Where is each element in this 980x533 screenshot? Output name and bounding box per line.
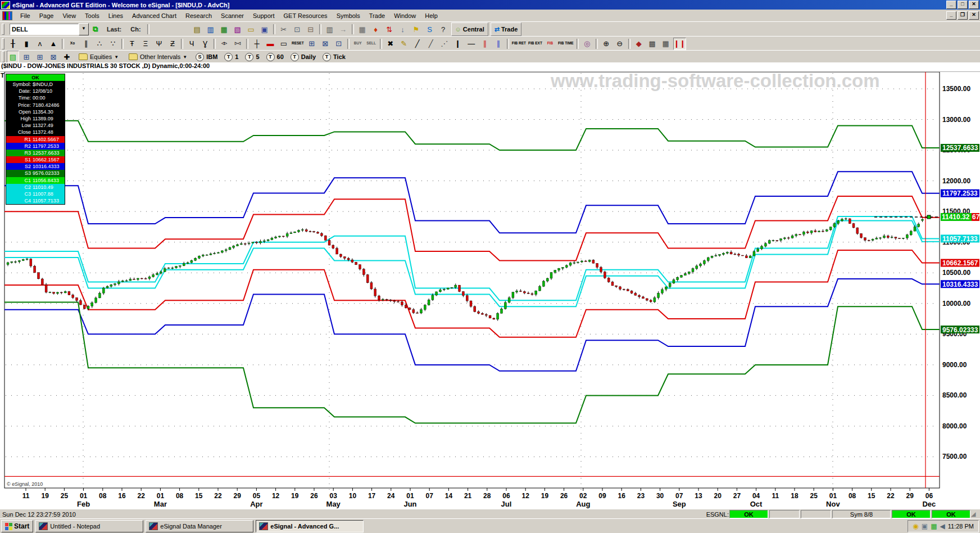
- page-next-icon[interactable]: ⊠: [319, 38, 332, 50]
- color-levels-icon[interactable]: ▤: [7, 51, 19, 63]
- symbol-search-icon[interactable]: ◎: [581, 38, 593, 50]
- candle-style-icon[interactable]: ▮: [20, 38, 33, 50]
- hot-list-icon[interactable]: ♦: [370, 23, 382, 35]
- open-page-icon[interactable]: ▭: [245, 23, 257, 35]
- pencil-icon[interactable]: ✎: [398, 38, 410, 50]
- network-icon[interactable]: ▦: [931, 523, 937, 530]
- interval-shortcut-5[interactable]: T5: [242, 53, 262, 61]
- bar-colors-icon[interactable]: ▬: [264, 38, 276, 50]
- fib-retracement-icon[interactable]: FIB RET: [511, 38, 527, 50]
- interval-shortcut-tick[interactable]: TTick: [319, 53, 349, 61]
- line-style-icon[interactable]: ʌ: [34, 38, 46, 50]
- expand-bars-icon[interactable]: ▷◁: [232, 38, 244, 50]
- quote-board-icon[interactable]: ▦: [660, 38, 672, 50]
- menu-item-file[interactable]: File: [16, 11, 35, 21]
- central-button[interactable]: ☺ Central: [451, 22, 488, 36]
- undo-bars-icon[interactable]: ❙❙: [673, 38, 687, 50]
- expert-elliott-icon[interactable]: Ψ: [153, 38, 165, 50]
- close-button[interactable]: ✕: [969, 1, 979, 9]
- child-close-button[interactable]: ✕: [969, 11, 979, 20]
- zoom-in-icon[interactable]: ⊕: [600, 38, 612, 50]
- maximize-button[interactable]: □: [958, 1, 968, 9]
- taskbar-button-2[interactable]: eSignal - Advanced G...: [256, 520, 364, 532]
- eraser-icon[interactable]: ◆: [633, 38, 645, 50]
- taskbar-button-1[interactable]: eSignal Data Manager: [146, 520, 253, 532]
- new-news-icon[interactable]: ▧: [232, 23, 244, 35]
- bar-style-icon[interactable]: ╂: [7, 38, 19, 50]
- copy-icon[interactable]: ⊡: [291, 23, 303, 35]
- symbol-input[interactable]: DELL: [10, 24, 79, 35]
- zoom-out-icon[interactable]: ⊖: [614, 38, 626, 50]
- new-quote-icon[interactable]: ▦: [218, 23, 230, 35]
- ray-line-icon[interactable]: ⋰: [438, 38, 451, 50]
- volume-icon[interactable]: ◀: [940, 523, 945, 530]
- trade-button[interactable]: ⇄ Trade: [491, 22, 522, 36]
- buy-icon[interactable]: BUY: [352, 38, 364, 50]
- expert-xtl-icon[interactable]: Ƶ: [166, 38, 179, 50]
- reset-icon[interactable]: RESET: [291, 38, 305, 50]
- menu-item-view[interactable]: View: [58, 11, 80, 21]
- menu-item-scanner[interactable]: Scanner: [216, 11, 248, 21]
- child-minimize-button[interactable]: _: [946, 11, 956, 20]
- snapshot-icon[interactable]: ▣: [922, 523, 928, 530]
- child-restore-button[interactable]: ❐: [958, 11, 968, 20]
- menu-item-support[interactable]: Support: [248, 11, 279, 21]
- paste-icon[interactable]: ⊟: [305, 23, 317, 35]
- taskbar-button-0[interactable]: Untitled - Notepad: [35, 520, 143, 532]
- vertical-line-icon[interactable]: ❙: [452, 38, 464, 50]
- chevron-down-icon[interactable]: ▼: [79, 23, 89, 35]
- area-style-icon[interactable]: ▲: [47, 38, 60, 50]
- start-button[interactable]: Start: [1, 520, 33, 532]
- other-intervals-dropdown[interactable]: Other Intervals ▼: [125, 51, 190, 62]
- interval-shortcut-60[interactable]: T60: [263, 53, 287, 61]
- grid-icon[interactable]: ▩: [646, 38, 659, 50]
- price-chart[interactable]: 13500.0013000.0012500.0012000.0011500.00…: [0, 72, 980, 509]
- expert-trend-icon[interactable]: Ŧ: [126, 38, 138, 50]
- minimize-button[interactable]: _: [946, 1, 956, 9]
- dots-style-icon[interactable]: ∴: [93, 38, 106, 50]
- interval-shortcut-1[interactable]: T1: [221, 53, 242, 61]
- alert-bell-icon[interactable]: ⚑: [410, 23, 423, 35]
- go-browser-icon[interactable]: →: [337, 23, 350, 35]
- resize-grip[interactable]: ◢: [971, 511, 980, 518]
- pitchfork-icon[interactable]: Ч: [185, 38, 198, 50]
- tile-windows-icon[interactable]: ▭: [278, 38, 290, 50]
- toolbar-grip[interactable]: [2, 38, 4, 49]
- page-prev-icon[interactable]: ⊞: [306, 38, 318, 50]
- plot-area[interactable]: [4, 72, 940, 488]
- page-properties-icon[interactable]: ⊡: [333, 38, 345, 50]
- cut-icon[interactable]: ✂: [278, 23, 290, 35]
- save-page-icon[interactable]: ▣: [258, 23, 271, 35]
- toolbar-grip[interactable]: [2, 24, 4, 35]
- up-down-arrows-icon[interactable]: ⇅: [383, 23, 396, 35]
- fib-extension-icon[interactable]: FIB EXT: [528, 38, 543, 50]
- page-copy-icon[interactable]: ⊞: [20, 51, 33, 63]
- menu-item-get-resources[interactable]: GET Resources: [279, 11, 332, 21]
- add-page-icon[interactable]: ✚: [61, 51, 73, 63]
- page-copy2-icon[interactable]: ⊞: [34, 51, 46, 63]
- symbol-combo[interactable]: DELL ▼: [10, 23, 89, 35]
- segment-line-icon[interactable]: ╱: [425, 38, 437, 50]
- menu-item-tools[interactable]: Tools: [80, 11, 104, 21]
- interval-shortcut-daily[interactable]: TDaily: [287, 53, 319, 61]
- menu-item-symbols[interactable]: Symbols: [332, 11, 365, 21]
- calculator-icon[interactable]: ▦: [356, 23, 369, 35]
- equities-dropdown[interactable]: Equities ▼: [75, 51, 122, 62]
- download-data-icon[interactable]: ↓: [397, 23, 409, 35]
- channel-lines-icon[interactable]: ∥: [492, 38, 505, 50]
- page-edit-icon[interactable]: ⊠: [47, 51, 60, 63]
- crosshair-x-icon[interactable]: ✖: [384, 38, 397, 50]
- context-help-icon[interactable]: ?: [437, 23, 450, 35]
- parallel-lines-icon[interactable]: ∥: [479, 38, 491, 50]
- sell-icon[interactable]: SELL: [365, 38, 378, 50]
- andrews-line-icon[interactable]: Ɣ: [199, 38, 211, 50]
- menu-item-window[interactable]: Window: [389, 11, 420, 21]
- security-shield-icon[interactable]: ◉: [913, 523, 918, 530]
- hilo-style-icon[interactable]: ∥: [80, 38, 92, 50]
- point-figure-icon[interactable]: Xo: [66, 38, 79, 50]
- crosshair-pointer-icon[interactable]: ┼: [251, 38, 263, 50]
- menu-item-page[interactable]: Page: [35, 11, 58, 21]
- menu-item-trade[interactable]: Trade: [365, 11, 389, 21]
- snap-quote-icon[interactable]: S: [424, 23, 436, 35]
- new-chart-icon[interactable]: ▥: [205, 23, 217, 35]
